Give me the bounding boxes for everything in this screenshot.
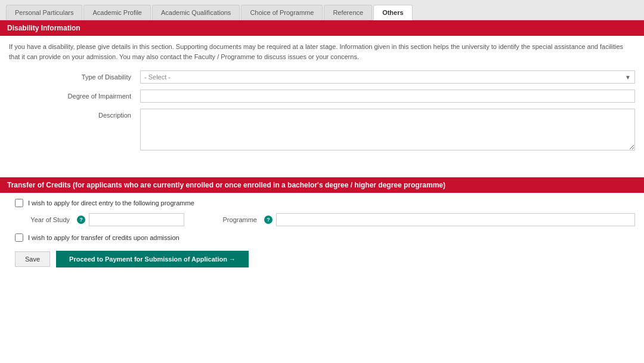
direct-entry-checkbox-row: I wish to apply for direct entry to the … (9, 199, 635, 207)
tab-choice-of-programme[interactable]: Choice of Programme (241, 5, 323, 20)
tab-reference[interactable]: Reference (324, 5, 372, 20)
degree-of-impairment-input[interactable] (140, 90, 635, 103)
save-button[interactable]: Save (15, 251, 50, 267)
programme-input[interactable] (276, 213, 635, 226)
year-of-study-help-icon[interactable]: ? (77, 216, 85, 224)
programme-label: Programme (202, 216, 262, 223)
description-label: Description (9, 109, 140, 119)
tab-academic-qualifications[interactable]: Academic Qualifications (152, 5, 240, 20)
degree-of-impairment-label: Degree of Impairment (9, 90, 140, 100)
transfer-section: Transfer of Credits (for applicants who … (0, 177, 644, 273)
transfer-credits-checkbox-row: I wish to apply for transfer of credits … (9, 233, 635, 242)
type-of-disability-select[interactable]: - Select - ▼ (140, 70, 635, 84)
tab-personal-particulars[interactable]: Personal Particulars (6, 5, 82, 20)
year-of-study-label: Year of Study (15, 216, 75, 223)
year-programme-row: Year of Study ? Programme ? (9, 213, 635, 226)
dropdown-arrow-icon: ▼ (625, 74, 631, 81)
year-of-study-input[interactable] (89, 213, 184, 226)
transfer-credits-checkbox[interactable] (15, 233, 23, 242)
tab-academic-profile[interactable]: Academic Profile (83, 5, 151, 20)
tabs-bar: Personal Particulars Academic Profile Ac… (0, 0, 644, 20)
transfer-credits-checkbox-label: I wish to apply for transfer of credits … (28, 234, 179, 241)
degree-of-impairment-row: Degree of Impairment (9, 90, 635, 103)
transfer-section-header: Transfer of Credits (for applicants who … (0, 177, 644, 193)
description-textarea[interactable] (140, 109, 635, 150)
type-of-disability-label: Type of Disability (9, 70, 140, 81)
direct-entry-checkbox[interactable] (15, 199, 23, 207)
programme-help-icon[interactable]: ? (264, 216, 273, 224)
type-of-disability-row: Type of Disability - Select - ▼ (9, 70, 635, 84)
description-row: Description (9, 109, 635, 150)
type-of-disability-placeholder: - Select - (144, 73, 171, 81)
tab-others[interactable]: Others (373, 5, 412, 20)
direct-entry-checkbox-label: I wish to apply for direct entry to the … (28, 199, 194, 207)
disability-info-text: If you have a disability, please give de… (9, 42, 635, 61)
disability-section-header: Disability Information (0, 20, 644, 36)
buttons-tooltip-container: Save Proceed to Payment for Submission o… (9, 251, 635, 267)
buttons-row: Save Proceed to Payment for Submission o… (9, 251, 635, 267)
proceed-button[interactable]: Proceed to Payment for Submission of App… (56, 251, 249, 267)
